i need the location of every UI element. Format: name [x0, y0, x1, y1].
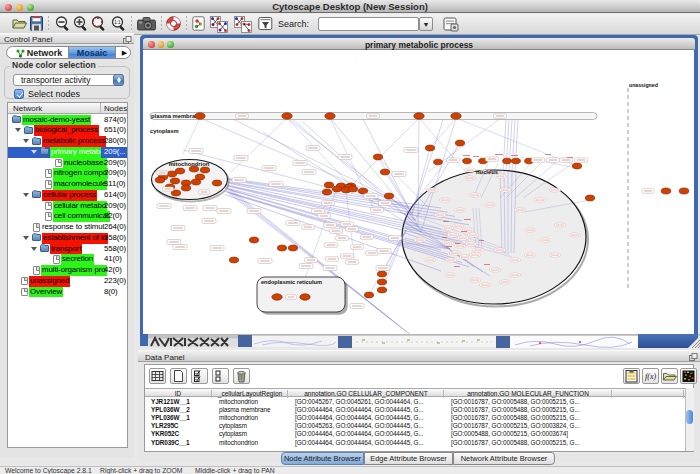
svg-text:endoplasmic reticulum: endoplasmic reticulum	[261, 279, 322, 285]
svg-text:f(x): f(x)	[645, 372, 656, 381]
svg-text:nucleus: nucleus	[476, 169, 498, 175]
svg-text:cytoplasm: cytoplasm	[150, 128, 179, 134]
svg-text:unassigned: unassigned	[629, 82, 658, 88]
svg-text:mitochondrion: mitochondrion	[169, 161, 210, 167]
svg-text:1:1: 1:1	[114, 20, 121, 25]
